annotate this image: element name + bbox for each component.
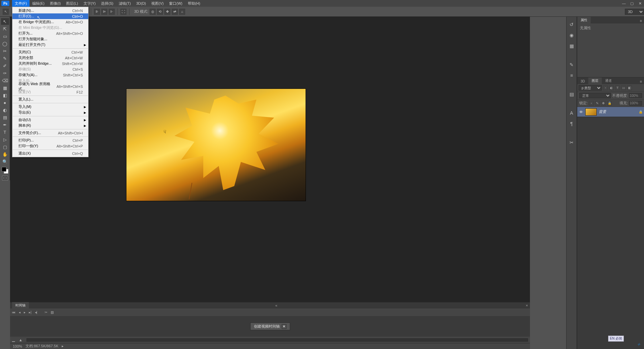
tool-12[interactable]: ◐ <box>1 107 9 113</box>
3d-slide-icon[interactable]: ⇄ <box>172 9 178 15</box>
tab-3d[interactable]: 3D <box>577 78 588 84</box>
menu-item-m[interactable]: 导入(M)▶ <box>12 104 88 110</box>
goto-last-icon[interactable]: ◂| <box>35 310 38 314</box>
menu-select[interactable]: 选择(S) <box>98 0 116 7</box>
3d-zoom-icon[interactable]: ⌂ <box>179 9 185 15</box>
tool-6[interactable]: ✐ <box>1 62 9 69</box>
filter-adjust-icon[interactable]: ◐ <box>609 85 614 90</box>
goto-first-icon[interactable]: ⏮ <box>12 310 15 314</box>
filter-shape-icon[interactable]: ▭ <box>621 85 626 90</box>
lock-pos-icon[interactable]: ✥ <box>601 101 606 106</box>
document-canvas[interactable]: ☟ <box>126 89 306 201</box>
menu-item-bridgeb[interactable]: 在 Bridge 中浏览(B)...Alt+Ctrl+O <box>12 19 88 25</box>
menu-item-a[interactable]: 存储为(A)...Shift+Ctrl+S <box>12 72 88 78</box>
menu-item-c[interactable]: 关闭(C)Ctrl+W <box>12 49 88 55</box>
menu-item-l[interactable]: 置入(L)... <box>12 97 88 102</box>
menu-type[interactable]: 文字(Y) <box>81 0 99 7</box>
lock-trans-icon[interactable]: ▫ <box>589 101 594 106</box>
menu-item-web[interactable]: 存储为 Web 所用格式...Alt+Shift+Ctrl+S <box>12 83 88 89</box>
filter-pixel-icon[interactable]: ▫ <box>603 85 608 90</box>
menu-item-[interactable]: 打开为智能对象... <box>12 36 88 42</box>
menu-item-x[interactable]: 退出(X)Ctrl+Q <box>12 151 88 156</box>
menu-3d[interactable]: 3D(D) <box>133 0 149 6</box>
play-icon[interactable]: ▸ <box>24 310 25 314</box>
tool-16[interactable]: ▷ <box>1 136 9 143</box>
history-icon[interactable]: ↺ <box>568 21 575 27</box>
quick-mask-icon[interactable] <box>2 176 8 180</box>
paragraph-icon[interactable]: ¶ <box>568 121 575 127</box>
prev-frame-icon[interactable]: ◂ <box>19 310 20 314</box>
blend-mode-select[interactable]: 正常 <box>579 93 611 98</box>
scissors-icon[interactable]: ✂ <box>45 310 47 314</box>
tool-0[interactable]: ↖ <box>1 18 9 25</box>
next-frame-icon[interactable]: ▸| <box>29 310 32 314</box>
menu-edit[interactable]: 编辑(E) <box>30 0 47 7</box>
minimize-button[interactable]: — <box>620 0 628 6</box>
tool-7[interactable]: ✑ <box>1 70 9 76</box>
menu-help[interactable]: 帮助(H) <box>185 0 203 7</box>
maximize-button[interactable]: ▢ <box>628 0 636 6</box>
menu-item-o[interactable]: 打开(O)...Ctrl+O <box>12 13 88 19</box>
character-icon[interactable]: A <box>568 110 575 116</box>
timeline-tab[interactable]: 时间轴 <box>12 302 29 309</box>
tool-19[interactable]: 🔍 <box>1 158 9 165</box>
fill-input[interactable] <box>629 101 642 106</box>
menu-item-e[interactable]: 导出(E)▶ <box>12 110 88 115</box>
menu-item-[interactable]: 关闭全部Alt+Ctrl+W <box>12 55 88 61</box>
layer-item-background[interactable]: 👁 背景 🔒 <box>577 107 644 117</box>
menu-item-y[interactable]: 打印一份(Y)Alt+Shift+Ctrl+P <box>12 143 88 149</box>
adjustment-icon[interactable]: ✂ <box>568 139 575 146</box>
menu-item-r[interactable]: 脚本(R)▶ <box>12 123 88 128</box>
create-dropdown-icon[interactable]: ▾ <box>282 324 286 329</box>
tool-9[interactable]: ▦ <box>1 84 9 91</box>
filter-smart-icon[interactable]: ◧ <box>627 85 632 90</box>
clone-icon[interactable]: ▤ <box>568 91 575 97</box>
lock-pixel-icon[interactable]: ✎ <box>595 101 600 106</box>
menu-view[interactable]: 视图(V) <box>149 0 166 7</box>
tool-3[interactable]: ◯ <box>1 40 9 47</box>
menu-item-f[interactable]: 文件简介(F)...Alt+Shift+Ctrl+I <box>12 130 88 136</box>
menu-item-u[interactable]: 自动(U)▶ <box>12 117 88 123</box>
doc-info[interactable]: 文档:867.5K/867.5K <box>25 344 58 349</box>
color-icon[interactable]: ◉ <box>568 32 575 38</box>
brush-icon[interactable]: ✎ <box>568 62 575 68</box>
menu-layer[interactable]: 图层(L) <box>63 0 80 7</box>
3d-pan-icon[interactable]: ✥ <box>164 9 170 15</box>
tool-8[interactable]: ⌫ <box>1 77 9 84</box>
brush-settings-icon[interactable]: ≡ <box>568 72 575 78</box>
tool-18[interactable]: ✋ <box>1 151 9 158</box>
lock-all-icon[interactable]: 🔒 <box>607 101 612 106</box>
timeline-scrollbar[interactable] <box>26 338 528 342</box>
menu-filter[interactable]: 滤镜(T) <box>116 0 133 7</box>
ime-indicator[interactable]: EN 必简 <box>608 336 624 342</box>
tool-2[interactable]: ▭ <box>1 33 9 40</box>
transition-icon[interactable]: ▧ <box>51 310 54 314</box>
tool-11[interactable]: ● <box>1 99 9 106</box>
tool-13[interactable]: ▤ <box>1 114 9 121</box>
workspace-select[interactable]: 3D <box>625 9 644 15</box>
menu-window[interactable]: 窗口(W) <box>166 0 185 7</box>
zoom-level[interactable]: 100% <box>13 344 22 348</box>
layer-thumb[interactable] <box>585 108 597 116</box>
tool-1[interactable]: ⇱ <box>1 25 9 32</box>
timeline-zoom-out-icon[interactable]: ▁ <box>12 338 15 342</box>
tool-17[interactable]: ▢ <box>1 143 9 150</box>
create-video-timeline-button[interactable]: 创建视频时间轴 ▾ <box>250 323 290 330</box>
properties-tab[interactable]: 属性 <box>577 17 591 23</box>
3d-roll-icon[interactable]: ⟲ <box>157 9 163 15</box>
filter-type-icon[interactable]: T <box>615 85 620 90</box>
close-button[interactable]: ✕ <box>636 0 644 6</box>
opt-icon-3d1[interactable]: ⛶ <box>120 9 126 15</box>
tool-preset-icon[interactable]: ↖ <box>3 9 9 15</box>
3d-orbit-icon[interactable]: ◎ <box>150 9 156 15</box>
dist-v-icon[interactable]: ⊫ <box>101 9 107 15</box>
dist-h-icon[interactable]: ⊪ <box>94 9 100 15</box>
menu-item-t[interactable]: 最近打开文件(T)▶ <box>12 42 88 48</box>
tool-14[interactable]: ✒ <box>1 121 9 128</box>
menu-image[interactable]: 图像(I) <box>47 0 63 7</box>
layer-kind-select[interactable]: p 类型 <box>579 85 602 91</box>
tool-15[interactable]: T <box>1 129 9 135</box>
menu-item-p[interactable]: 打印(P)...Ctrl+P <box>12 137 88 143</box>
doc-info-arrow-icon[interactable]: ▸ <box>62 344 64 348</box>
menu-item-n[interactable]: 新建(N)...Ctrl+N <box>12 8 88 13</box>
